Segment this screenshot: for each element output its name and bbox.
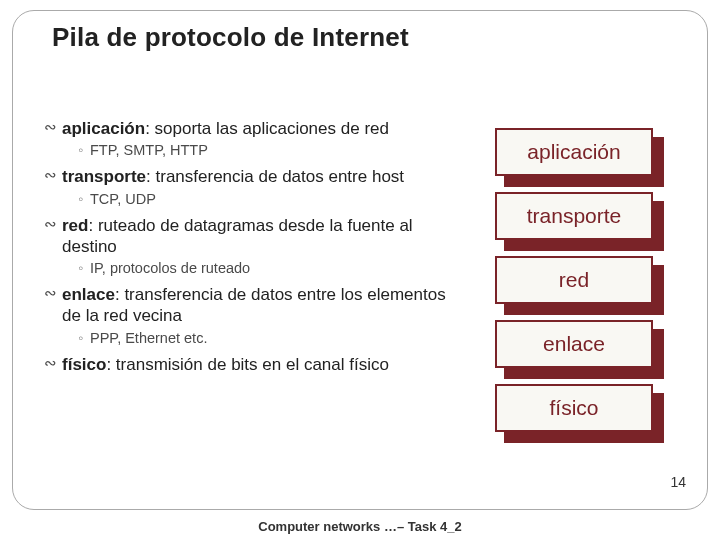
bullet-icon: ∾ [44,118,62,137]
slide-title: Pila de protocolo de Internet [52,22,409,53]
page-number: 14 [670,474,686,490]
layer-label: red [495,256,653,304]
layer-label: físico [495,384,653,432]
stack-layer: red [495,256,665,312]
list-item: ∾ aplicación: soporta las aplicaciones d… [44,118,454,158]
item-sub: PPP, Ethernet etc. [90,330,207,346]
item-sub: IP, protocolos de ruteado [90,260,250,276]
footer-text: Computer networks …– Task 4_2 [0,519,720,534]
bullet-icon: ∾ [44,215,62,234]
item-desc: : transmisión de bits en el canal físico [106,355,389,374]
stack-layer: transporte [495,192,665,248]
item-desc: : soporta las aplicaciones de red [145,119,389,138]
list-item: ∾ red: ruteado de datagramas desde la fu… [44,215,454,277]
layer-label: aplicación [495,128,653,176]
list-item: ∾ físico: transmisión de bits en el cana… [44,354,454,375]
item-desc: : ruteado de datagramas desde la fuente … [62,216,413,256]
sub-bullet-icon: ◦ [78,260,90,276]
item-name: enlace [62,285,115,304]
protocol-stack: aplicación transporte red enlace físico [495,128,665,448]
item-desc: : transferencia de datos entre los eleme… [62,285,446,325]
item-sub: TCP, UDP [90,191,156,207]
item-desc: : transferencia de datos entre host [146,167,404,186]
sub-bullet-icon: ◦ [78,142,90,158]
bullet-icon: ∾ [44,284,62,303]
bullet-icon: ∾ [44,354,62,373]
item-sub: FTP, SMTP, HTTP [90,142,208,158]
list-item: ∾ enlace: transferencia de datos entre l… [44,284,454,346]
stack-layer: físico [495,384,665,440]
layer-label: enlace [495,320,653,368]
stack-layer: enlace [495,320,665,376]
item-name: red [62,216,88,235]
sub-bullet-icon: ◦ [78,330,90,346]
list-item: ∾ transporte: transferencia de datos ent… [44,166,454,206]
item-name: físico [62,355,106,374]
item-name: aplicación [62,119,145,138]
slide: Pila de protocolo de Internet ∾ aplicaci… [0,0,720,540]
item-name: transporte [62,167,146,186]
stack-layer: aplicación [495,128,665,184]
bullet-icon: ∾ [44,166,62,185]
content-list: ∾ aplicación: soporta las aplicaciones d… [44,118,454,381]
layer-label: transporte [495,192,653,240]
sub-bullet-icon: ◦ [78,191,90,207]
